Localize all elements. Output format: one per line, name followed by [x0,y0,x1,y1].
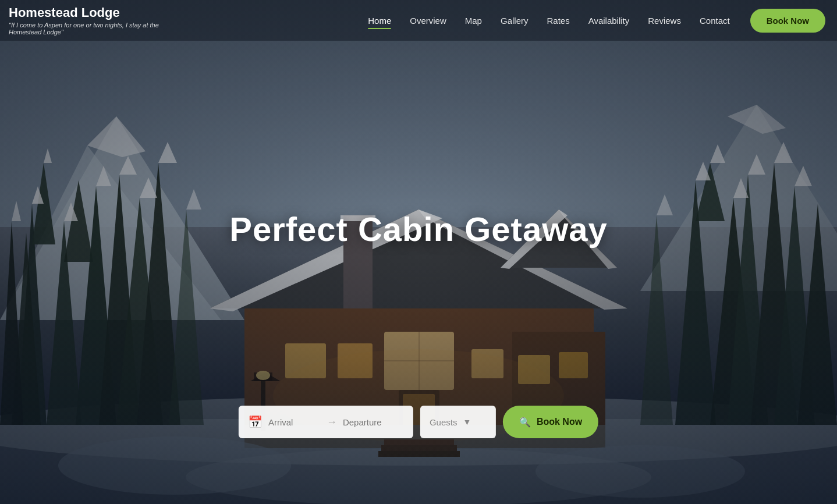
hero-section: Homestead Lodge "If I come to Aspen for … [0,0,837,504]
arrow-right-icon: → [327,416,337,428]
site-subtitle: "If I come to Aspen for one or two night… [9,22,183,36]
nav-item-gallery[interactable]: Gallery [494,11,535,30]
book-now-main-label: Book Now [537,417,582,427]
site-title: Homestead Lodge [9,5,183,20]
logo-area: Homestead Lodge "If I come to Aspen for … [9,5,183,36]
departure-input[interactable] [343,417,401,427]
date-range-input[interactable]: 📅 → [239,406,413,438]
guests-selector[interactable]: Guests ▼ [420,406,496,438]
chevron-down-icon: ▼ [463,417,471,427]
nav-item-availability[interactable]: Availability [581,11,637,30]
hero-content: Perfect Cabin Getaway [229,210,608,249]
nav-item-reviews[interactable]: Reviews [641,11,688,30]
book-now-header-button[interactable]: Book Now [750,9,825,33]
book-now-main-button[interactable]: 🔍 Book Now [503,406,598,438]
search-icon: 🔍 [519,417,531,428]
nav-item-rates[interactable]: Rates [540,11,576,30]
header: Homestead Lodge "If I come to Aspen for … [0,0,837,41]
nav-item-contact[interactable]: Contact [693,11,737,30]
nav-item-home[interactable]: Home [361,11,398,30]
booking-bar: 📅 → Guests ▼ 🔍 Book Now [239,406,598,438]
calendar-icon: 📅 [248,415,263,429]
nav-item-overview[interactable]: Overview [403,11,453,30]
hero-headline: Perfect Cabin Getaway [229,210,608,249]
main-nav: Home Overview Map Gallery Rates Availabi… [361,9,825,33]
arrival-input[interactable] [268,417,321,427]
guests-label: Guests [430,417,457,427]
nav-item-map[interactable]: Map [458,11,489,30]
